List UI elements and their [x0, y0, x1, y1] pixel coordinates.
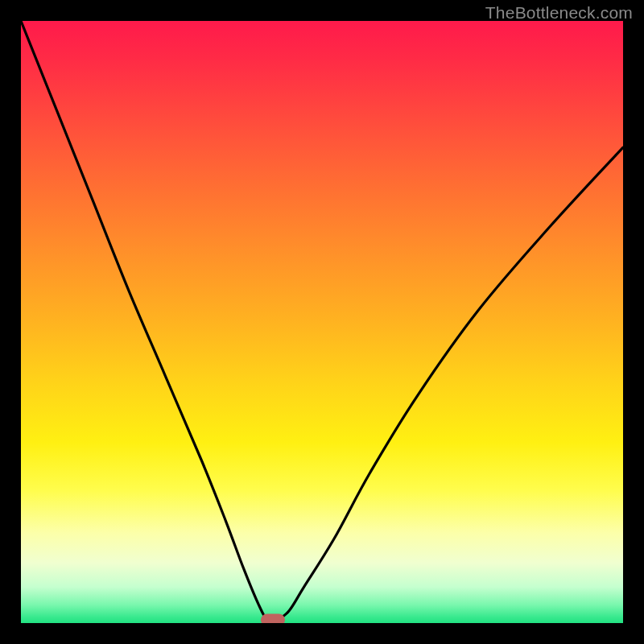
chart-frame: TheBottleneck.com	[0, 0, 644, 644]
watermark-label: TheBottleneck.com	[485, 3, 633, 23]
curve-path	[21, 21, 623, 621]
plot-area	[21, 21, 623, 623]
bottleneck-curve	[21, 21, 623, 623]
optimal-point-marker	[261, 614, 285, 623]
